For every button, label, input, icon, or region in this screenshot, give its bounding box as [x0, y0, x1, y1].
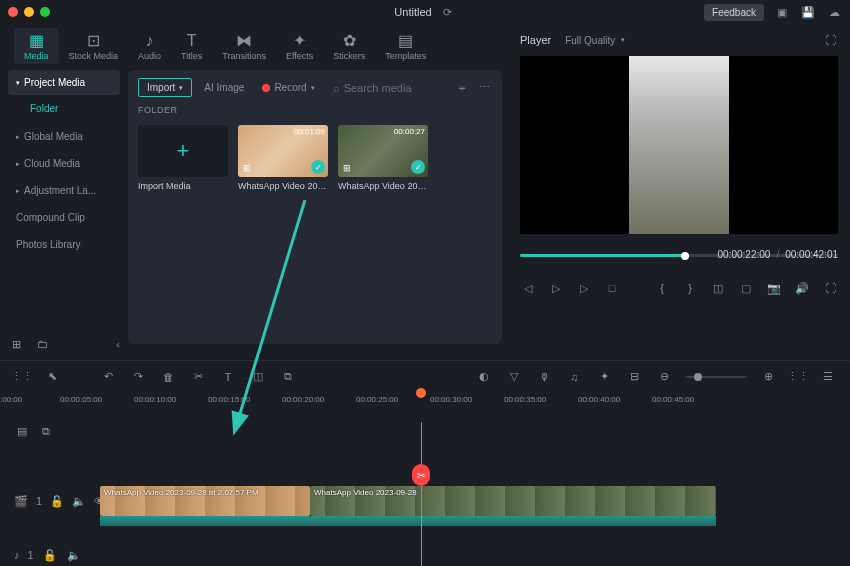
save-icon[interactable]: 💾	[800, 4, 816, 20]
media-clip-1[interactable]: 00:01:09 ⊞ ✓ WhatsApp Video 202...	[238, 125, 328, 191]
layout-icon[interactable]: ▣	[774, 4, 790, 20]
stop-icon[interactable]: □	[604, 280, 620, 296]
marker-icon[interactable]: ▽	[506, 369, 522, 385]
audio-waveform-2[interactable]	[310, 516, 716, 526]
text-icon[interactable]: T	[220, 369, 236, 385]
cut-badge-icon[interactable]: ✂	[412, 464, 430, 486]
link-track-icon[interactable]: ⧉	[38, 423, 54, 439]
timeline-ruler[interactable]: :00:00 00:00:05:00 00:00:10:00 00:00:15:…	[0, 392, 850, 416]
add-to-timeline-icon[interactable]: ⊞	[241, 162, 253, 174]
zoom-in-icon[interactable]: ⊕	[760, 369, 776, 385]
window-minimize[interactable]	[24, 7, 34, 17]
titlebar: Untitled ⟳ Feedback ▣ 💾 ☁	[0, 0, 850, 24]
ai-image-button[interactable]: AI Image	[198, 79, 250, 96]
player-viewport[interactable]	[520, 56, 838, 234]
folder-header: FOLDER	[138, 105, 492, 115]
player-label: Player	[520, 34, 551, 46]
delete-icon[interactable]: 🗑	[160, 369, 176, 385]
mute-icon[interactable]: 🔈	[66, 547, 82, 563]
feedback-button[interactable]: Feedback	[704, 4, 764, 21]
check-badge-icon: ✓	[411, 160, 425, 174]
filter-icon[interactable]: ⫧	[454, 80, 470, 96]
lock-icon[interactable]: 🔓	[50, 493, 64, 509]
chevron-right-icon: ▸	[16, 133, 20, 141]
fullscreen-icon[interactable]: ⛶	[822, 280, 838, 296]
mixer-icon[interactable]: ♫	[566, 369, 582, 385]
display-icon[interactable]: ▢	[738, 280, 754, 296]
sidebar-item-compound-clip[interactable]: Compound Clip	[8, 205, 120, 230]
tab-audio[interactable]: ♪Audio	[128, 28, 171, 64]
undo-icon[interactable]: ↶	[100, 369, 116, 385]
split-icon[interactable]: ✂	[190, 369, 206, 385]
snap-icon[interactable]: ⊟	[626, 369, 642, 385]
prev-frame-icon[interactable]: ◁	[520, 280, 536, 296]
import-button[interactable]: Import▾	[138, 78, 192, 97]
tab-templates[interactable]: ▤Templates	[375, 28, 436, 64]
window-zoom[interactable]	[40, 7, 50, 17]
tab-titles[interactable]: TTitles	[171, 28, 212, 64]
sidebar-item-cloud-media[interactable]: ▸Cloud Media	[8, 151, 120, 176]
tab-stickers[interactable]: ✿Stickers	[323, 28, 375, 64]
snapshot-icon[interactable]: ⛶	[822, 32, 838, 48]
tab-media[interactable]: ▦Media	[14, 28, 59, 64]
tab-stock-media[interactable]: ⊡Stock Media	[59, 28, 129, 64]
quality-select[interactable]: Full Quality▾	[565, 35, 625, 46]
templates-icon: ▤	[398, 32, 413, 50]
import-media-tile[interactable]: + Import Media	[138, 125, 228, 191]
chevron-right-icon: ▸	[16, 187, 20, 195]
audio-icon: ♪	[146, 32, 154, 50]
play-icon[interactable]: ▷	[576, 280, 592, 296]
redo-icon[interactable]: ↷	[130, 369, 146, 385]
more-icon[interactable]: ⋯	[476, 80, 492, 96]
folder-icon[interactable]: 🗀	[34, 336, 50, 352]
lock-icon[interactable]: 🔓	[42, 547, 58, 563]
add-to-timeline-icon[interactable]: ⊞	[341, 162, 353, 174]
audio-waveform-1[interactable]	[100, 516, 310, 526]
window-close[interactable]	[8, 7, 18, 17]
tab-transitions[interactable]: ⧓Transitions	[212, 28, 276, 64]
settings-icon[interactable]: ☰	[820, 369, 836, 385]
timeline-body[interactable]: ✂ ▤ ⧉ 🎬1 🔓 🔈 👁 ♪1 🔓 🔈 WhatsApp Video 202…	[0, 416, 850, 566]
sidebar-item-photos-library[interactable]: Photos Library	[8, 232, 120, 257]
timeline-clip-2[interactable]: WhatsApp Video 2023-09-28	[310, 486, 716, 516]
sidebar-item-global-media[interactable]: ▸Global Media	[8, 124, 120, 149]
color-icon[interactable]: ◐	[476, 369, 492, 385]
audio-track-label: ♪	[14, 549, 20, 561]
track-header-icon[interactable]: ▤	[14, 423, 30, 439]
crop-tool-icon[interactable]: ◫	[250, 369, 266, 385]
record-dot-icon	[262, 84, 270, 92]
volume-icon[interactable]: 🔊	[794, 280, 810, 296]
sync-icon[interactable]: ⟳	[440, 4, 456, 20]
pointer-icon[interactable]: ⬉	[44, 369, 60, 385]
playhead-marker[interactable]	[416, 388, 426, 398]
cloud-icon[interactable]: ☁	[826, 4, 842, 20]
collapse-icon[interactable]: ‹	[110, 336, 126, 352]
sidebar-item-project-media[interactable]: ▾Project Media	[8, 70, 120, 95]
record-button[interactable]: Record▾	[256, 79, 320, 96]
check-badge-icon: ✓	[311, 160, 325, 174]
zoom-slider[interactable]	[686, 376, 746, 378]
sidebar-folder[interactable]: Folder	[8, 97, 120, 120]
mic-icon[interactable]: 🎙	[536, 369, 552, 385]
link-icon[interactable]: ⧉	[280, 369, 296, 385]
play-pause-icon[interactable]: ▷	[548, 280, 564, 296]
tab-effects[interactable]: ✦Effects	[276, 28, 323, 64]
playhead-line[interactable]	[421, 422, 422, 566]
new-folder-icon[interactable]: ⊞	[8, 336, 24, 352]
mark-out-icon[interactable]: }	[682, 280, 698, 296]
render-icon[interactable]: ✦	[596, 369, 612, 385]
view-mode-icon[interactable]: ⋮⋮	[790, 369, 806, 385]
titles-icon: T	[187, 32, 197, 50]
track-manager-icon[interactable]: ⋮⋮	[14, 369, 30, 385]
media-clip-2[interactable]: 00:00:27 ⊞ ✓ WhatsApp Video 202...	[338, 125, 428, 191]
zoom-out-icon[interactable]: ⊖	[656, 369, 672, 385]
search-input[interactable]: ⌕Search media	[327, 79, 448, 97]
crop-icon[interactable]: ◫	[710, 280, 726, 296]
sidebar-item-adjustment-layer[interactable]: ▸Adjustment La...	[8, 178, 120, 203]
chevron-down-icon: ▾	[179, 84, 183, 92]
mark-in-icon[interactable]: {	[654, 280, 670, 296]
timeline-clip-1[interactable]: WhatsApp Video 2023-09-28 at 2.07.57 PM	[100, 486, 310, 516]
mute-icon[interactable]: 🔈	[72, 493, 86, 509]
top-tabs: ▦Media ⊡Stock Media ♪Audio TTitles ⧓Tran…	[0, 24, 508, 64]
capture-icon[interactable]: 📷	[766, 280, 782, 296]
